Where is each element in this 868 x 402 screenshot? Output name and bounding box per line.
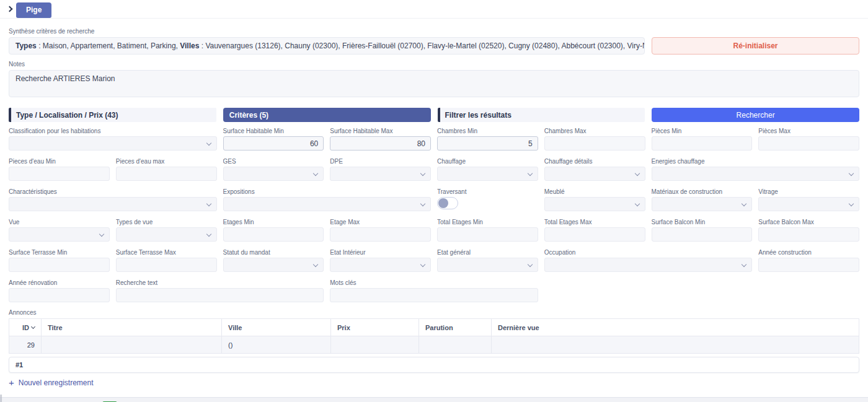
field-label: Pièces Max <box>758 128 859 134</box>
ges-select[interactable] <box>223 167 324 181</box>
scrollbar-gripper[interactable] <box>0 395 2 402</box>
table-cell-prix[interactable] <box>331 336 419 354</box>
surface-balcon-max-input[interactable] <box>758 227 859 242</box>
field-chambres-min: Chambres Min <box>437 128 538 151</box>
pi-ces-min-input[interactable] <box>652 136 753 151</box>
notes-textarea[interactable]: Recherche ARTIERES Marion <box>9 70 859 97</box>
field-label: Etat général <box>437 249 538 256</box>
types-de-vue-select[interactable] <box>116 227 217 242</box>
notes-label: Notes <box>9 61 859 68</box>
energies-chauffage-select[interactable] <box>652 167 860 181</box>
vitrage-select[interactable] <box>758 197 859 211</box>
field-label: Pièces Min <box>652 128 753 134</box>
etage-max-input[interactable] <box>330 227 431 242</box>
chevron-down-icon <box>528 262 533 267</box>
criteria-summary-box[interactable]: Types : Maison, Appartement, Batiment, P… <box>9 37 645 55</box>
footer-bar: Solde jetons recherche : 24 <box>0 397 868 402</box>
etat-g-n-ral-select[interactable] <box>437 258 538 272</box>
chevron-down-icon <box>206 201 211 206</box>
chambres-min-input[interactable] <box>437 136 538 151</box>
field-pieces-d-eau-max: Pieces d'eau max <box>116 158 217 181</box>
tab-pige[interactable]: Pige <box>16 2 51 18</box>
field-label: Chauffage <box>437 158 538 165</box>
traversant-toggle[interactable] <box>437 197 458 209</box>
field-vue: Vue <box>9 219 110 242</box>
etages-min-input[interactable] <box>223 227 324 242</box>
field-ann-e-r-novation: Année rénovation <box>9 279 110 302</box>
field-etat-g-n-ral: Etat général <box>437 249 538 272</box>
field-label: Occupation <box>544 249 753 256</box>
mots-cl-s-input[interactable] <box>330 288 538 302</box>
dpe-select[interactable] <box>330 167 431 181</box>
ann-e-construction-input[interactable] <box>758 258 859 272</box>
field-label: Mots clés <box>330 279 538 286</box>
toggle-knob <box>438 198 448 208</box>
reset-button[interactable]: Ré-initialiser <box>652 37 859 55</box>
field-label: Etage Max <box>330 219 431 225</box>
column-header-derni-re-vue[interactable]: Dernière vue <box>492 319 859 336</box>
ann-e-r-novation-input[interactable] <box>9 288 110 302</box>
column-header-ville[interactable]: Ville <box>222 319 331 336</box>
surface-terrasse-max-input[interactable] <box>116 258 217 272</box>
field-chauffage: Chauffage <box>437 158 538 181</box>
field-label: Types de vue <box>116 219 217 225</box>
field-total-etages-min: Total Etages Min <box>437 219 538 242</box>
tab-criteres[interactable]: Critères (5) <box>223 108 431 122</box>
surface-habitable-max-input[interactable] <box>330 136 431 151</box>
new-record-button[interactable]: + Nouvel enregistrement <box>9 378 94 387</box>
chevron-down-icon <box>206 232 211 237</box>
chauffage-select[interactable] <box>437 167 538 181</box>
field-label: Chambres Max <box>544 128 645 134</box>
meubl-select[interactable] <box>544 197 645 211</box>
charact-ristiques-select[interactable] <box>9 197 217 211</box>
chambres-max-input[interactable] <box>544 136 645 151</box>
field-charact-ristiques: Charactéristiques <box>9 188 217 211</box>
column-header-parution[interactable]: Parution <box>419 319 492 336</box>
occupation-select[interactable] <box>544 258 753 272</box>
table-cell-ville[interactable]: () <box>222 336 331 354</box>
pi-ces-max-input[interactable] <box>758 136 859 151</box>
tab-type-localisation-prix[interactable]: Type / Localisation / Prix (43) <box>9 108 216 122</box>
column-header-prix[interactable]: Prix <box>331 319 419 336</box>
chevron-down-icon <box>420 262 425 267</box>
statut-du-mandat-select[interactable] <box>223 258 324 272</box>
total-etages-min-input[interactable] <box>437 227 538 242</box>
table-cell-titre[interactable] <box>42 336 222 354</box>
field-etage-max: Etage Max <box>330 219 431 242</box>
field-ann-e-construction: Année construction <box>758 249 859 272</box>
mat-riaux-de-construction-select[interactable] <box>652 197 753 211</box>
tab-filtrer-resultats[interactable]: Filtrer les résultats <box>438 108 645 122</box>
field-mat-riaux-de-construction: Matériaux de construction <box>652 188 753 211</box>
field-pieces-d-eau-min: Pieces d'eau Min <box>9 158 110 181</box>
surface-terrasse-min-input[interactable] <box>9 258 110 272</box>
recherche-text-input[interactable] <box>116 288 324 302</box>
etat-int-rieur-select[interactable] <box>330 258 431 272</box>
annonces-data-row[interactable]: 29() <box>9 336 859 354</box>
classification-pour-les-habitations-select[interactable] <box>9 136 217 151</box>
column-header-titre[interactable]: Titre <box>42 319 222 336</box>
vue-select[interactable] <box>9 227 110 242</box>
field-label: Année construction <box>758 249 859 256</box>
table-cell-id[interactable]: 29 <box>9 336 42 354</box>
chevron-right-icon[interactable] <box>4 2 15 15</box>
field-label: Meublé <box>544 188 645 195</box>
rechercher-button[interactable]: Rechercher <box>652 108 859 122</box>
surface-balcon-min-input[interactable] <box>652 227 753 242</box>
chevron-down-icon <box>849 171 854 176</box>
table-cell-derni-re-vue[interactable] <box>492 336 859 354</box>
table-cell-parution[interactable] <box>419 336 492 354</box>
field-label: Energies chauffage <box>652 158 860 165</box>
pieces-d-eau-min-input[interactable] <box>9 167 110 181</box>
field-label: Etages Min <box>223 219 324 225</box>
chevron-down-icon <box>528 171 533 176</box>
chauffage-d-tails-select[interactable] <box>544 167 645 181</box>
column-header-id[interactable]: ID <box>9 319 42 336</box>
field-surface-balcon-max: Surface Balcon Max <box>758 219 859 242</box>
field-label: Matériaux de construction <box>652 188 753 195</box>
pieces-d-eau-max-input[interactable] <box>116 167 217 181</box>
record-item[interactable]: #1 <box>9 357 859 373</box>
field-label: Total Etages Min <box>437 219 538 225</box>
expositions-select[interactable] <box>223 197 432 211</box>
total-etages-max-input[interactable] <box>544 227 645 242</box>
surface-habitable-min-input[interactable] <box>223 136 324 151</box>
